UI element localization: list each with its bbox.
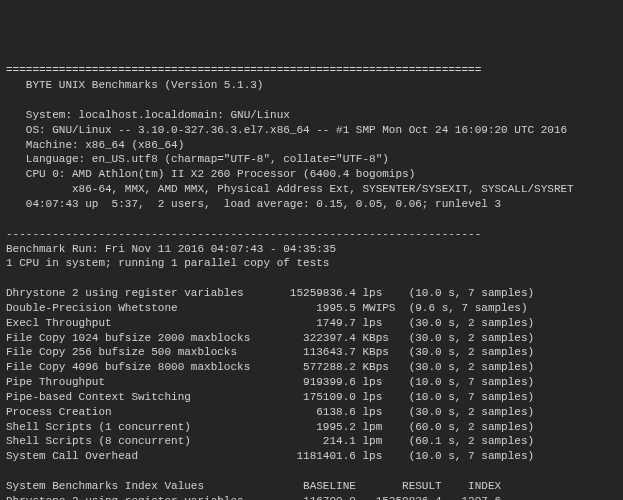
results-block: Dhrystone 2 using register variables 152… [6, 287, 534, 462]
cpu-line: CPU 0: AMD Athlon(tm) II X2 260 Processo… [6, 168, 415, 180]
cpu-line-2: x86-64, MMX, AMD MMX, Physical Address E… [6, 183, 574, 195]
dash-line: ----------------------------------------… [6, 228, 481, 240]
title-line: BYTE UNIX Benchmarks (Version 5.1.3) [6, 79, 263, 91]
language-line: Language: en_US.utf8 (charmap="UTF-8", c… [6, 153, 389, 165]
terminal-output: ========================================… [0, 59, 623, 500]
os-line: OS: GNU/Linux -- 3.10.0-327.36.3.el7.x86… [6, 124, 567, 136]
run-title: Benchmark Run: Fri Nov 11 2016 04:07:43 … [6, 243, 336, 255]
uptime-line: 04:07:43 up 5:37, 2 users, load average:… [6, 198, 501, 210]
sep-line: ========================================… [6, 64, 481, 76]
system-line: System: localhost.localdomain: GNU/Linux [6, 109, 290, 121]
index-block: System Benchmarks Index Values BASELINE … [6, 480, 501, 500]
machine-line: Machine: x86_64 (x86_64) [6, 139, 184, 151]
run-cpus: 1 CPU in system; running 1 parallel copy… [6, 257, 329, 269]
